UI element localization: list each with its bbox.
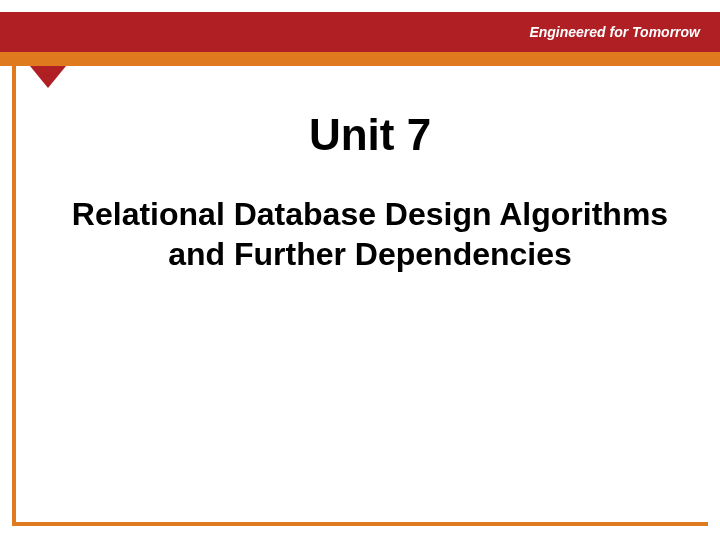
notch-icon [30,66,66,88]
header-tagline: Engineered for Tomorrow [529,24,700,40]
subtitle: Relational Database Design Algorithms an… [40,194,700,274]
accent-band [0,52,720,66]
bottom-border [12,522,708,526]
header-bar: Engineered for Tomorrow [0,12,720,52]
unit-title: Unit 7 [120,110,620,160]
content-area: Unit 7 Relational Database Design Algori… [40,110,700,274]
slide: Engineered for Tomorrow Unit 7 Relationa… [0,0,720,540]
left-border [12,66,16,524]
